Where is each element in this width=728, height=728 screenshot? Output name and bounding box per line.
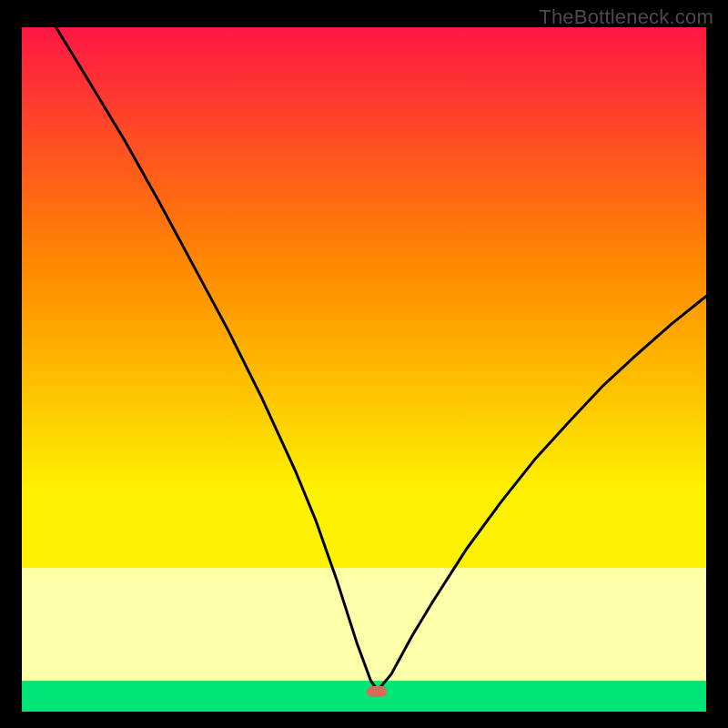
chart-area <box>22 27 706 712</box>
optimal-point-marker <box>367 686 387 697</box>
chart-svg <box>22 27 706 712</box>
green-band <box>22 681 706 712</box>
watermark-text: TheBottleneck.com <box>539 5 713 29</box>
